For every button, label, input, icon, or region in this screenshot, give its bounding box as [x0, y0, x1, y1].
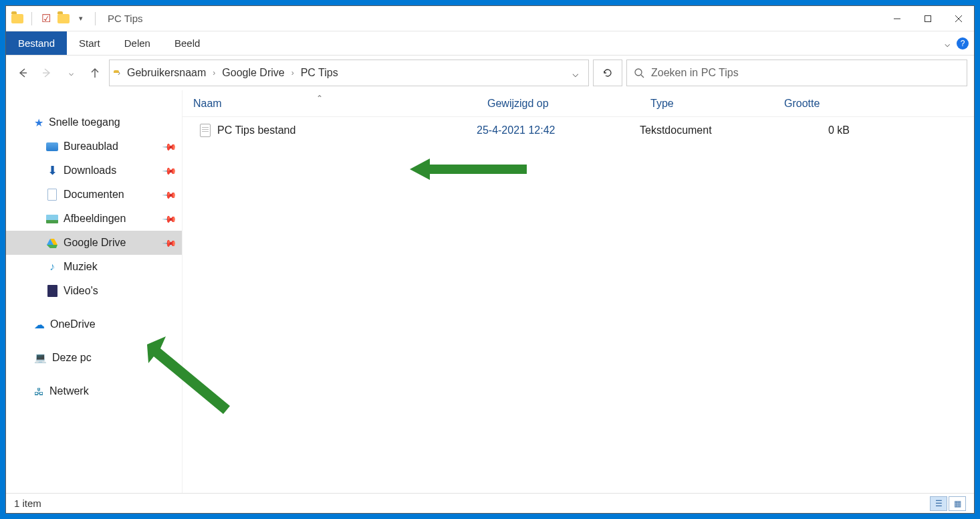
back-button[interactable] — [13, 63, 33, 83]
sidebar-onedrive[interactable]: ☁ OneDrive — [6, 312, 182, 336]
sidebar-item-label: Snelle toegang — [49, 116, 120, 128]
sidebar-item-pictures[interactable]: Afbeeldingen 📌 — [6, 207, 182, 231]
newfolder-icon[interactable] — [56, 11, 71, 26]
separator — [31, 12, 32, 25]
sidebar-item-videos[interactable]: Video's — [6, 279, 182, 303]
folder-icon — [10, 11, 25, 26]
file-size: 0 kB — [773, 124, 860, 136]
forward-button[interactable] — [37, 63, 57, 83]
video-icon — [46, 285, 58, 297]
search-icon — [634, 68, 644, 78]
title-bar: ☑ ▾ PC Tips — [6, 6, 974, 31]
column-label: Naam — [193, 98, 222, 109]
address-dropdown-icon[interactable]: ⌵ — [567, 67, 584, 80]
column-type[interactable]: Type — [640, 98, 773, 110]
sidebar-item-label: Deze pc — [52, 352, 92, 364]
pin-icon: 📌 — [162, 163, 177, 178]
file-list-pane: Naam ⌃ Gewijzigd op Type Grootte PC Tips… — [182, 90, 974, 493]
star-icon: ★ — [34, 116, 43, 129]
pc-icon: 💻 — [34, 352, 47, 364]
sidebar-item-google-drive[interactable]: Google Drive 📌 — [6, 231, 182, 255]
separator — [95, 12, 96, 25]
tab-view[interactable]: Beeld — [162, 31, 212, 55]
sidebar-network[interactable]: 🖧 Netwerk — [6, 379, 182, 403]
body: ★ Snelle toegang Bureaublad 📌 ⬇ Download… — [6, 90, 974, 493]
file-name: PC Tips bestand — [217, 124, 295, 136]
history-dropdown-icon[interactable]: ⌵ — [61, 63, 81, 83]
properties-icon[interactable]: ☑ — [39, 11, 53, 26]
sidebar-item-desktop[interactable]: Bureaublad 📌 — [6, 134, 182, 159]
desktop-icon — [46, 140, 58, 152]
sidebar-item-label: Documenten — [64, 189, 124, 201]
cloud-icon: ☁ — [34, 318, 45, 331]
sort-caret-icon: ⌃ — [316, 94, 323, 103]
document-icon — [46, 189, 58, 201]
pin-icon: 📌 — [162, 211, 177, 226]
ribbon-tabs: Bestand Start Delen Beeld ⌵ ? — [6, 31, 974, 56]
tab-share[interactable]: Delen — [112, 31, 162, 55]
sidebar-item-music[interactable]: ♪ Muziek — [6, 255, 182, 279]
sidebar-item-label: Bureaublad — [64, 140, 118, 152]
column-modified[interactable]: Gewijzigd op — [477, 98, 640, 110]
sidebar-item-label: OneDrive — [50, 318, 96, 330]
sidebar-item-label: Google Drive — [64, 237, 126, 249]
column-size[interactable]: Grootte — [773, 98, 860, 110]
sidebar-item-downloads[interactable]: ⬇ Downloads 📌 — [6, 159, 182, 183]
breadcrumb-segment[interactable]: Gebruikersnaam — [124, 66, 209, 80]
qat-dropdown-icon[interactable]: ▾ — [74, 11, 88, 26]
search-placeholder: Zoeken in PC Tips — [651, 67, 739, 79]
sidebar-item-documents[interactable]: Documenten 📌 — [6, 183, 182, 207]
up-button[interactable] — [85, 63, 105, 83]
svg-point-7 — [635, 69, 642, 76]
tab-start[interactable]: Start — [67, 31, 112, 55]
picture-icon — [46, 213, 58, 225]
window-title: PC Tips — [104, 13, 143, 24]
chevron-right-icon[interactable]: › — [211, 68, 217, 78]
breadcrumb-segment[interactable]: Google Drive — [219, 66, 287, 80]
column-name[interactable]: Naam ⌃ — [182, 98, 477, 110]
sidebar-this-pc[interactable]: 💻 Deze pc — [6, 346, 182, 370]
svg-marker-11 — [47, 245, 57, 248]
sidebar-item-label: Video's — [64, 285, 98, 297]
ribbon-collapse-icon[interactable]: ⌵ — [945, 38, 950, 49]
nav-row: ⌵ › Gebruikersnaam › Google Drive › PC T… — [6, 56, 974, 90]
gdrive-icon — [46, 237, 58, 249]
svg-line-8 — [641, 75, 644, 78]
svg-rect-1 — [925, 15, 931, 21]
explorer-window: ☑ ▾ PC Tips Bestand Start Delen Beeld ⌵ … — [5, 5, 975, 514]
help-icon[interactable]: ? — [957, 37, 969, 49]
pin-icon: 📌 — [162, 138, 177, 154]
search-input[interactable]: Zoeken in PC Tips — [626, 60, 967, 86]
file-row[interactable]: PC Tips bestand 25-4-2021 12:42 Tekstdoc… — [182, 117, 974, 144]
chevron-right-icon[interactable]: › — [290, 68, 295, 78]
pin-icon: 📌 — [162, 187, 177, 202]
refresh-button[interactable] — [593, 60, 622, 86]
file-modified: 25-4-2021 12:42 — [477, 124, 640, 136]
status-bar: 1 item ☰ ▦ — [6, 493, 974, 513]
view-icons-button[interactable]: ▦ — [949, 496, 966, 511]
close-button[interactable] — [943, 6, 974, 31]
download-icon: ⬇ — [46, 165, 58, 177]
nav-pane: ★ Snelle toegang Bureaublad 📌 ⬇ Download… — [6, 90, 182, 493]
sidebar-item-label: Netwerk — [49, 385, 89, 397]
status-item-count: 1 item — [14, 498, 41, 509]
breadcrumb-segment[interactable]: PC Tips — [298, 66, 341, 80]
sidebar-item-label: Afbeeldingen — [64, 213, 126, 225]
view-details-button[interactable]: ☰ — [930, 496, 947, 511]
address-bar[interactable]: › Gebruikersnaam › Google Drive › PC Tip… — [109, 60, 589, 86]
column-headers: Naam ⌃ Gewijzigd op Type Grootte — [182, 90, 974, 117]
music-icon: ♪ — [46, 261, 58, 273]
pin-icon: 📌 — [162, 235, 177, 250]
text-file-icon — [200, 124, 211, 137]
file-type: Tekstdocument — [640, 124, 773, 136]
maximize-button[interactable] — [912, 6, 943, 31]
sidebar-quick-access[interactable]: ★ Snelle toegang — [6, 110, 182, 134]
network-icon: 🖧 — [34, 386, 44, 397]
sidebar-item-label: Downloads — [64, 165, 116, 177]
minimize-button[interactable] — [882, 6, 912, 31]
sidebar-item-label: Muziek — [64, 261, 98, 273]
tab-file[interactable]: Bestand — [6, 31, 67, 55]
